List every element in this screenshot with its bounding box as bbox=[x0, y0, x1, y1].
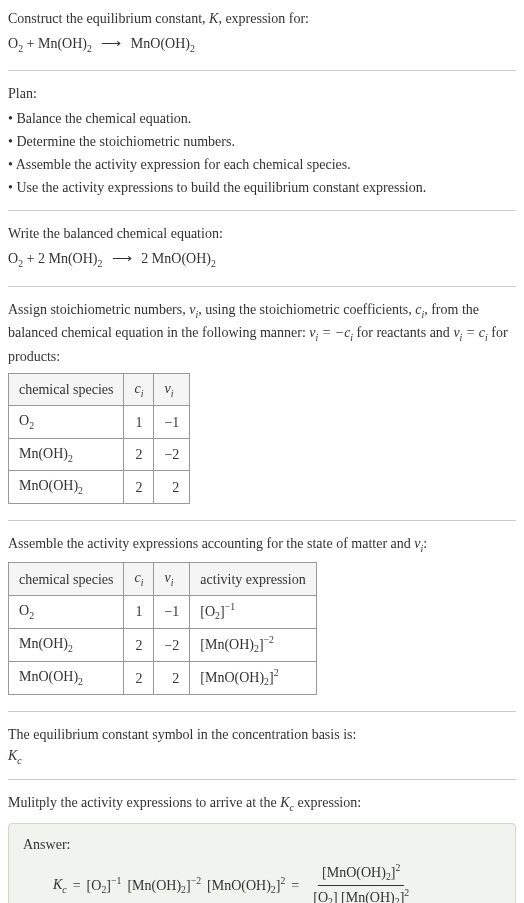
cell-ci: 1 bbox=[124, 595, 154, 628]
equals: = bbox=[291, 875, 299, 896]
cell-nui: 2 bbox=[154, 471, 190, 503]
cell-ci: 1 bbox=[124, 406, 154, 438]
plan-header: Plan: bbox=[8, 83, 516, 104]
cell-species: O2 bbox=[9, 406, 124, 438]
cell-species: Mn(OH)2 bbox=[9, 628, 124, 661]
table-row: O2 1 −1 [O2]−1 bbox=[9, 595, 317, 628]
multiply-text: Mulitply the activity expressions to arr… bbox=[8, 792, 516, 815]
arrow-icon: ⟶ bbox=[101, 33, 121, 54]
plan-item: • Balance the chemical equation. bbox=[8, 108, 516, 129]
col-ci: ci bbox=[124, 373, 154, 405]
cell-activity: [MnO(OH)2]2 bbox=[190, 662, 316, 695]
eq-rhs: MnO(OH)2 bbox=[131, 36, 195, 51]
plan-item: • Use the activity expressions to build … bbox=[8, 177, 516, 198]
eq-lhs: O2 + Mn(OH)2 bbox=[8, 36, 92, 51]
activity-header: Assemble the activity expressions accoun… bbox=[8, 533, 516, 556]
formula: νi = −ci bbox=[309, 325, 353, 340]
title-prefix: Construct the equilibrium constant, K, e… bbox=[8, 11, 309, 26]
plan-item: • Determine the stoichiometric numbers. bbox=[8, 131, 516, 152]
cell-activity: [O2]−1 bbox=[190, 595, 316, 628]
table-header-row: chemical species ci νi bbox=[9, 373, 190, 405]
kc-expression: Kc = [O2]−1 [Mn(OH)2]−2 [MnO(OH)2]2 = [M… bbox=[23, 861, 501, 903]
cell-ci: 2 bbox=[124, 438, 154, 470]
activity-section: Assemble the activity expressions accoun… bbox=[8, 533, 516, 712]
answer-box: Answer: Kc = [O2]−1 [Mn(OH)2]−2 [MnO(OH)… bbox=[8, 823, 516, 903]
problem-statement: Construct the equilibrium constant, K, e… bbox=[8, 8, 516, 71]
nu-symbol: νi bbox=[189, 302, 198, 317]
cell-ci: 2 bbox=[124, 662, 154, 695]
table-row: O2 1 −1 bbox=[9, 406, 190, 438]
table-row: Mn(OH)2 2 −2 [Mn(OH)2]−2 bbox=[9, 628, 317, 661]
col-species: chemical species bbox=[9, 373, 124, 405]
plan-list: • Balance the chemical equation. • Deter… bbox=[8, 108, 516, 198]
text-part: : bbox=[423, 536, 427, 551]
cell-ci: 2 bbox=[124, 471, 154, 503]
term1: [O2]−1 bbox=[87, 874, 122, 898]
kc-var: Kc bbox=[53, 874, 67, 897]
plan-section: Plan: • Balance the chemical equation. •… bbox=[8, 83, 516, 211]
cell-nui: 2 bbox=[154, 662, 190, 695]
unbalanced-equation: O2 + Mn(OH)2 ⟶ MnO(OH)2 bbox=[8, 33, 516, 56]
cell-nui: −2 bbox=[154, 438, 190, 470]
table-row: Mn(OH)2 2 −2 bbox=[9, 438, 190, 470]
balanced-equation: O2 + 2 Mn(OH)2 ⟶ 2 MnO(OH)2 bbox=[8, 248, 516, 271]
text-part: expression: bbox=[294, 795, 361, 810]
cell-species: MnO(OH)2 bbox=[9, 471, 124, 503]
cell-nui: −1 bbox=[154, 406, 190, 438]
formula: νi = ci bbox=[453, 325, 487, 340]
kc-symbol: Kc bbox=[8, 745, 516, 768]
denominator: [O2] [Mn(OH)2]2 bbox=[309, 886, 413, 903]
col-ci: ci bbox=[124, 563, 154, 595]
c-symbol: ci bbox=[415, 302, 424, 317]
table-row: MnO(OH)2 2 2 bbox=[9, 471, 190, 503]
fraction: [MnO(OH)2]2 [O2] [Mn(OH)2]2 bbox=[309, 861, 413, 903]
stoich-text: Assign stoichiometric numbers, νi, using… bbox=[8, 299, 516, 367]
text-part: Assemble the activity expressions accoun… bbox=[8, 536, 414, 551]
text-part: , using the stoichiometric coefficients, bbox=[198, 302, 415, 317]
cell-species: O2 bbox=[9, 595, 124, 628]
balanced-rhs: 2 MnO(OH)2 bbox=[141, 251, 216, 266]
col-nui: νi bbox=[154, 373, 190, 405]
title-text: Construct the equilibrium constant, K, e… bbox=[8, 8, 516, 29]
balanced-section: Write the balanced chemical equation: O2… bbox=[8, 223, 516, 286]
numerator: [MnO(OH)2]2 bbox=[318, 861, 404, 886]
cell-species: MnO(OH)2 bbox=[9, 662, 124, 695]
equals: = bbox=[73, 875, 81, 896]
cell-nui: −2 bbox=[154, 628, 190, 661]
kc-symbol: Kc bbox=[280, 795, 294, 810]
stoich-section: Assign stoichiometric numbers, νi, using… bbox=[8, 299, 516, 521]
col-species: chemical species bbox=[9, 563, 124, 595]
text-part: Assign stoichiometric numbers, bbox=[8, 302, 189, 317]
balanced-lhs: O2 + 2 Mn(OH)2 bbox=[8, 251, 102, 266]
cell-ci: 2 bbox=[124, 628, 154, 661]
text-part: for reactants and bbox=[353, 325, 453, 340]
col-activity: activity expression bbox=[190, 563, 316, 595]
col-nui: νi bbox=[154, 563, 190, 595]
eq-symbol-section: The equilibrium constant symbol in the c… bbox=[8, 724, 516, 779]
cell-species: Mn(OH)2 bbox=[9, 438, 124, 470]
table-row: MnO(OH)2 2 2 [MnO(OH)2]2 bbox=[9, 662, 317, 695]
eq-symbol-text: The equilibrium constant symbol in the c… bbox=[8, 724, 516, 745]
table-header-row: chemical species ci νi activity expressi… bbox=[9, 563, 317, 595]
cell-activity: [Mn(OH)2]−2 bbox=[190, 628, 316, 661]
activity-table: chemical species ci νi activity expressi… bbox=[8, 562, 317, 695]
plan-item: • Assemble the activity expression for e… bbox=[8, 154, 516, 175]
cell-nui: −1 bbox=[154, 595, 190, 628]
arrow-icon: ⟶ bbox=[112, 248, 132, 269]
answer-label: Answer: bbox=[23, 834, 501, 855]
term2: [Mn(OH)2]−2 bbox=[127, 874, 201, 898]
term3: [MnO(OH)2]2 bbox=[207, 874, 285, 898]
stoich-table: chemical species ci νi O2 1 −1 Mn(OH)2 2… bbox=[8, 373, 190, 504]
multiply-section: Mulitply the activity expressions to arr… bbox=[8, 792, 516, 903]
text-part: Mulitply the activity expressions to arr… bbox=[8, 795, 280, 810]
nu-symbol: νi bbox=[414, 536, 423, 551]
balanced-header: Write the balanced chemical equation: bbox=[8, 223, 516, 244]
